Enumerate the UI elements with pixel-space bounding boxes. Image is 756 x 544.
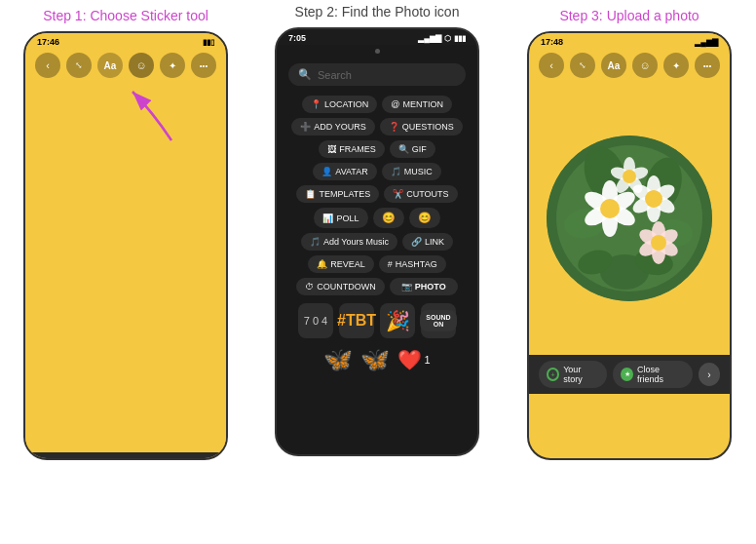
templates-sticker[interactable]: 📋 TEMPLATES (296, 185, 379, 203)
tbt-sticker[interactable]: #TBT (339, 303, 374, 338)
add-yours-music-label: Add Yours Music (323, 237, 389, 247)
gif-sticker[interactable]: 🔍 GIF (390, 140, 435, 158)
poll-sticker[interactable]: 📊 POLL (314, 208, 367, 228)
questions-sticker[interactable]: ❓ QUESTIONS (380, 118, 463, 136)
sticker-button-3[interactable]: ☺ (632, 53, 658, 78)
your-story-button[interactable]: + Your story (35, 458, 103, 460)
mention-sticker[interactable]: @ MENTION (382, 96, 452, 113)
tbt-label: #TBT (337, 312, 376, 330)
music-sticker[interactable]: 🎵 MUSIC (382, 163, 441, 180)
purple-arrow-svg (113, 82, 191, 150)
step-1-label: Step 1: Choose Sticker tool (33, 8, 218, 23)
your-story-button-3[interactable]: + Your story (539, 361, 607, 388)
frames-sticker[interactable]: 🖼 FRAMES (319, 140, 385, 158)
phone-3-status-bar: 17:48 ▂▄▆▇ (529, 33, 730, 49)
wifi-icon: ⬡ (444, 34, 451, 43)
hbd-sticker[interactable]: 🎉 (380, 303, 415, 338)
countdown-icon: ⏱ (305, 282, 314, 291)
templates-label: TEMPLATES (319, 189, 370, 199)
cutouts-sticker[interactable]: ✂️ CUTOUTS (384, 185, 457, 203)
toolbar-group-3: ⤡ Aa ☺ ✦ ••• (570, 53, 720, 78)
countdown-sticker[interactable]: ⏱ COUNTDOWN (296, 278, 385, 295)
text-button-3[interactable]: Aa (601, 53, 626, 78)
link-label: LINK (425, 237, 444, 247)
back-button-3[interactable]: ‹ (539, 53, 564, 78)
effects-button-3[interactable]: ✦ (663, 53, 689, 78)
effects-button[interactable]: ✦ (160, 53, 185, 78)
emoji-icon-2: 😊 (418, 212, 432, 224)
step-3-column: Step 3: Upload a photo 17:48 ▂▄▆▇ ‹ ⤡ (503, 0, 756, 544)
phone-1-body (25, 160, 226, 452)
add-yours-music-sticker[interactable]: 🎵 Add Yours Music (301, 233, 397, 251)
location-sticker[interactable]: 📍 LOCATION (302, 96, 377, 113)
add-yours-sticker[interactable]: ➕ ADD YOURS (291, 118, 374, 136)
numbers-sticker[interactable]: 7 0 4 (298, 303, 333, 338)
photo-sticker[interactable]: 📷 PHOTO (390, 278, 458, 295)
cutouts-icon: ✂️ (393, 189, 403, 199)
expand-button[interactable]: ⤡ (66, 53, 92, 78)
emoji-sticker[interactable]: 😊 (373, 208, 404, 228)
location-icon: 📍 (311, 99, 321, 109)
next-button-3[interactable]: › (699, 363, 720, 386)
expand-button-3[interactable]: ⤡ (570, 53, 595, 78)
music-icon: 🎵 (391, 167, 401, 176)
svg-point-16 (600, 199, 620, 218)
hashtag-sticker[interactable]: # HASHTAG (379, 255, 446, 273)
drag-handle (277, 45, 477, 58)
sound-sticker[interactable]: SOUNDON (421, 303, 456, 338)
mention-icon: @ (391, 99, 399, 109)
back-button[interactable]: ‹ (35, 53, 60, 78)
phone-3-time: 17:48 (541, 37, 563, 47)
emoji-icon: 😊 (382, 212, 396, 224)
avatar-sticker[interactable]: 👤 AVATAR (313, 163, 376, 180)
expand-icon-3: ⤡ (579, 60, 586, 70)
expand-icon: ⤡ (75, 60, 83, 70)
text-icon-3: Aa (608, 60, 621, 71)
svg-point-29 (623, 170, 636, 183)
phone-2-status-bar: 7:05 ▂▄▆▇ ⬡ ▮▮▮ (277, 29, 477, 45)
step-3-label: Step 3: Upload a photo (549, 8, 708, 23)
reveal-label: REVEAL (330, 259, 365, 269)
poll-label: POLL (336, 214, 359, 223)
step-2-label: Step 2: Find the Photo icon (285, 4, 470, 19)
text-button[interactable]: Aa (97, 53, 123, 78)
sticker-bottom-row: 7 0 4 #TBT 🎉 SOUNDON (277, 299, 477, 342)
phone-3-toolbar[interactable]: ‹ ⤡ Aa ☺ ✦ ••• (529, 49, 730, 82)
phone-3-bottom: + Your story ★ Close friends › (529, 355, 730, 394)
more-button[interactable]: ••• (191, 53, 216, 78)
phone-1-toolbar[interactable]: ‹ ⤡ Aa ☺ ✦ ••• (25, 49, 226, 82)
drag-dot (375, 49, 380, 54)
svg-point-36 (651, 235, 666, 251)
location-label: LOCATION (324, 99, 368, 109)
step-1-column: Step 1: Choose Sticker tool 17:46 ▮▮▯ ‹ … (0, 0, 251, 544)
toolbar-group: ⤡ Aa ☺ ✦ ••• (66, 53, 216, 78)
phone-2: 7:05 ▂▄▆▇ ⬡ ▮▮▮ 🔍 Search 📍 LOC (275, 27, 479, 456)
link-icon: 🔗 (411, 237, 422, 247)
sticker-grid: 📍 LOCATION @ MENTION ➕ ADD YOURS ❓ QUEST… (277, 92, 477, 299)
search-placeholder: Search (318, 69, 352, 81)
search-bar[interactable]: 🔍 Search (288, 63, 466, 86)
arrow-area (25, 82, 226, 160)
emoji-sticker-2[interactable]: 😊 (409, 208, 440, 228)
reveal-sticker[interactable]: 🔔 REVEAL (308, 255, 374, 273)
heart-badge: ❤️ 1 (397, 346, 430, 373)
avatar-label: AVATAR (335, 167, 367, 176)
hashtag-icon: # (388, 259, 393, 269)
add-yours-label: ADD YOURS (314, 122, 365, 132)
phone-1-time: 17:46 (37, 37, 59, 47)
countdown-label: COUNTDOWN (317, 282, 376, 291)
back-icon: ‹ (46, 59, 50, 71)
link-sticker[interactable]: 🔗 LINK (402, 233, 453, 251)
photo-label: PHOTO (415, 282, 446, 291)
close-friends-button[interactable]: ★ Close friends (109, 458, 189, 460)
phone-3-status-icons: ▂▄▆▇ (695, 38, 718, 47)
gif-label: GIF (412, 144, 427, 154)
heart-count: 1 (424, 354, 430, 366)
frames-icon: 🖼 (327, 144, 336, 154)
more-button-3[interactable]: ••• (695, 53, 720, 78)
close-friends-button-3[interactable]: ★ Close friends (613, 361, 693, 388)
more-icon: ••• (200, 61, 208, 70)
sticker-button[interactable]: ☺ (129, 53, 154, 78)
sticker-icon-3: ☺ (639, 59, 650, 71)
signal-icon: ▂▄▆▇ (418, 34, 441, 43)
